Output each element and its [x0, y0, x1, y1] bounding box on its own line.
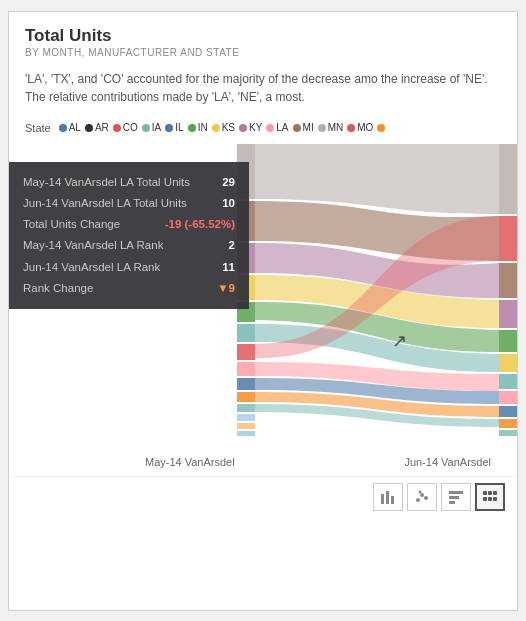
svg-rect-20 — [499, 374, 517, 389]
legend-item-ar: AR — [85, 122, 109, 133]
svg-rect-17 — [499, 300, 517, 328]
svg-rect-28 — [391, 496, 394, 504]
svg-rect-40 — [488, 497, 492, 501]
legend-item-ks: KS — [212, 122, 235, 133]
tooltip-key-4: May-14 VanArsdel LA Rank — [23, 235, 163, 256]
legend-item-mn: MN — [318, 122, 344, 133]
svg-rect-34 — [449, 496, 459, 499]
card-title: Total Units — [25, 26, 501, 46]
svg-rect-8 — [237, 378, 255, 390]
legend-item-ky: KY — [239, 122, 262, 133]
svg-rect-38 — [493, 491, 497, 495]
tooltip-key-2: Jun-14 VanArsdel LA Total Units — [23, 193, 187, 214]
tooltip-key-5: Jun-14 VanArsdel LA Rank — [23, 257, 160, 278]
main-card: Total Units BY MONTH, MANUFACTURER AND S… — [8, 11, 518, 611]
svg-rect-12 — [237, 423, 255, 429]
card-description: 'LA', 'TX', and 'CO' accounted for the m… — [9, 64, 517, 116]
svg-rect-6 — [237, 344, 255, 360]
card-header: Total Units BY MONTH, MANUFACTURER AND S… — [9, 12, 517, 64]
sankey-chart: ↗ — [237, 142, 517, 452]
column-chart-button[interactable] — [441, 483, 471, 511]
legend-row: State AL AR CO IA IL IN KS KY LA MI MN M… — [9, 116, 517, 142]
svg-rect-33 — [449, 491, 463, 494]
legend-item-co: CO — [113, 122, 138, 133]
tooltip-row-1: May-14 VanArsdel LA Total Units 29 — [23, 172, 235, 193]
legend-item-in: IN — [188, 122, 208, 133]
tooltip-row-2: Jun-14 VanArsdel LA Total Units 10 — [23, 193, 235, 214]
svg-rect-7 — [237, 362, 255, 376]
svg-rect-19 — [499, 354, 517, 372]
svg-point-32 — [419, 490, 422, 493]
scatter-chart-icon — [414, 490, 430, 504]
scatter-chart-button[interactable] — [407, 483, 437, 511]
bar-chart-button[interactable] — [373, 483, 403, 511]
svg-rect-21 — [499, 391, 517, 404]
legend-item-la: LA — [266, 122, 288, 133]
legend-item-ia: IA — [142, 122, 161, 133]
tooltip-val-6: ▼9 — [217, 278, 235, 299]
svg-rect-23 — [499, 419, 517, 428]
tooltip-val-4: 2 — [229, 235, 235, 256]
svg-rect-16 — [499, 263, 517, 298]
tooltip-row-4: May-14 VanArsdel LA Rank 2 — [23, 235, 235, 256]
svg-rect-18 — [499, 330, 517, 352]
legend-item-mi: MI — [293, 122, 314, 133]
chart-labels: May-14 VanArsdel Jun-14 VanArsdel — [9, 452, 517, 472]
svg-rect-35 — [449, 501, 455, 504]
svg-point-29 — [416, 498, 420, 502]
svg-rect-15 — [499, 216, 517, 261]
tooltip-val-5: 11 — [222, 257, 235, 278]
svg-rect-13 — [237, 431, 255, 436]
tooltip-row-6: Rank Change ▼9 — [23, 278, 235, 299]
chart-label-left: May-14 VanArsdel — [145, 456, 235, 468]
legend-item-more — [377, 124, 385, 132]
svg-rect-5 — [237, 324, 255, 342]
card-subtitle: BY MONTH, MANUFACTURER AND STATE — [25, 47, 501, 58]
tooltip-key-1: May-14 VanArsdel LA Total Units — [23, 172, 190, 193]
column-chart-icon — [448, 490, 464, 504]
svg-rect-36 — [483, 491, 487, 495]
legend-item-al: AL — [59, 122, 81, 133]
tooltip-val-3: -19 (-65.52%) — [165, 214, 235, 235]
chart-area: May-14 VanArsdel LA Total Units 29 Jun-1… — [9, 142, 517, 452]
svg-rect-14 — [499, 144, 517, 214]
tooltip: May-14 VanArsdel LA Total Units 29 Jun-1… — [9, 162, 249, 310]
svg-rect-9 — [237, 392, 255, 402]
svg-rect-39 — [483, 497, 487, 501]
tooltip-row-3: Total Units Change -19 (-65.52%) — [23, 214, 235, 235]
svg-rect-26 — [381, 494, 384, 504]
tooltip-key-3: Total Units Change — [23, 214, 120, 235]
svg-text:↗: ↗ — [392, 331, 407, 351]
tooltip-row-5: Jun-14 VanArsdel LA Rank 11 — [23, 257, 235, 278]
svg-rect-27 — [386, 491, 389, 504]
sankey-chart-icon — [482, 490, 498, 504]
svg-rect-24 — [499, 430, 517, 436]
svg-point-30 — [420, 493, 424, 497]
legend-item-mo: MO — [347, 122, 373, 133]
sankey-chart-button[interactable] — [475, 483, 505, 511]
chart-label-right: Jun-14 VanArsdel — [404, 456, 491, 468]
tooltip-val-2: 10 — [222, 193, 235, 214]
svg-rect-22 — [499, 406, 517, 417]
legend-item-il: IL — [165, 122, 183, 133]
bar-chart-icon — [380, 490, 396, 504]
svg-rect-41 — [493, 497, 497, 501]
toolbar — [9, 476, 517, 517]
svg-rect-37 — [488, 491, 492, 495]
svg-point-31 — [424, 496, 428, 500]
tooltip-key-6: Rank Change — [23, 278, 93, 299]
tooltip-val-1: 29 — [222, 172, 235, 193]
legend-state-label: State — [25, 122, 51, 134]
svg-rect-10 — [237, 404, 255, 412]
svg-rect-11 — [237, 414, 255, 421]
